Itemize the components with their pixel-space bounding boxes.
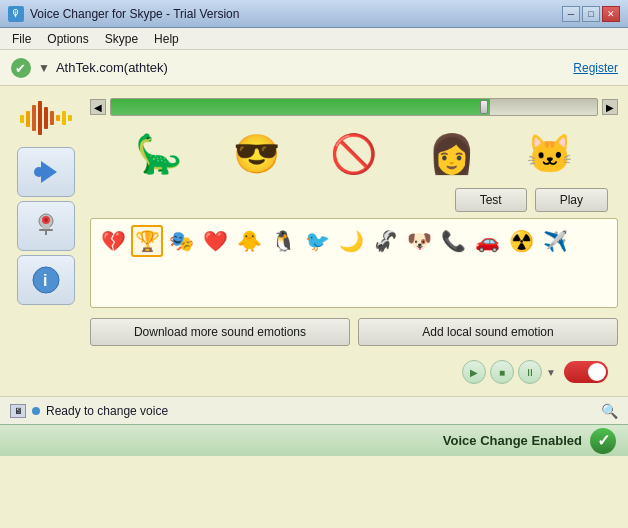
slider-fill xyxy=(111,99,490,115)
pitch-slider-container: ◀ ▶ xyxy=(90,94,618,120)
main-content: i ◀ ▶ 🦕 😎 🚫 👩 xyxy=(0,86,628,396)
header-bar: ✔ ▼ AthTek.com(athtek) Register xyxy=(0,50,628,86)
voice-icons-row: 🦕 😎 🚫 👩 🐱 xyxy=(90,126,618,182)
slider-left-arrow[interactable]: ◀ xyxy=(90,99,106,115)
power-toggle[interactable] xyxy=(564,361,608,383)
emotions-grid: 💔 🏆 🎭 ❤️ 🐥 🐧 🐦 🌙 🦨 🐶 📞 🚗 ☢️ ✈️ xyxy=(97,225,611,257)
window-title: Voice Changer for Skype - Trial Version xyxy=(30,7,562,21)
username-label: AthTek.com(athtek) xyxy=(56,60,573,75)
svg-rect-5 xyxy=(38,101,42,135)
menu-file[interactable]: File xyxy=(4,30,39,48)
svg-rect-7 xyxy=(50,111,54,125)
play-button[interactable]: Play xyxy=(535,188,608,212)
register-link[interactable]: Register xyxy=(573,61,618,75)
slider-thumb[interactable] xyxy=(480,100,488,114)
emotion-plane[interactable]: ✈️ xyxy=(539,225,571,257)
svg-rect-16 xyxy=(45,231,47,235)
emotions-panel: 💔 🏆 🎭 ❤️ 🐥 🐧 🐦 🌙 🦨 🐶 📞 🚗 ☢️ ✈️ xyxy=(90,218,618,308)
footer-bar: Voice Change Enabled ✓ xyxy=(0,424,628,456)
status-dot xyxy=(32,407,40,415)
footer-label: Voice Change Enabled xyxy=(443,433,582,448)
pause-control-button[interactable]: ⏸ xyxy=(518,360,542,384)
dropdown-arrow-icon[interactable]: ▼ xyxy=(38,61,50,75)
svg-rect-2 xyxy=(20,115,24,123)
info-button[interactable]: i xyxy=(17,255,75,305)
svg-text:i: i xyxy=(43,272,47,289)
playback-row: ▶ ■ ⏸ ▼ xyxy=(90,356,618,388)
menu-skype[interactable]: Skype xyxy=(97,30,146,48)
voice-icon-woman[interactable]: 👩 xyxy=(428,132,475,176)
menu-options[interactable]: Options xyxy=(39,30,96,48)
download-emotions-button[interactable]: Download more sound emotions xyxy=(90,318,350,346)
minimize-button[interactable]: ─ xyxy=(562,6,580,22)
voice-enabled-check-icon: ✓ xyxy=(590,428,616,454)
emotion-phone[interactable]: 📞 xyxy=(437,225,469,257)
playback-dropdown-arrow[interactable]: ▼ xyxy=(546,367,556,378)
svg-rect-6 xyxy=(44,107,48,129)
voice-icon-cool[interactable]: 😎 xyxy=(233,132,280,176)
voice-icon-cat[interactable]: 🐱 xyxy=(526,132,573,176)
voice-icon-dinosaur[interactable]: 🦕 xyxy=(135,132,182,176)
test-button[interactable]: Test xyxy=(455,188,527,212)
status-text: Ready to change voice xyxy=(46,404,595,418)
maximize-button[interactable]: □ xyxy=(582,6,600,22)
action-buttons: Test Play xyxy=(90,188,618,212)
record-button[interactable] xyxy=(17,201,75,251)
title-bar: 🎙 Voice Changer for Skype - Trial Versio… xyxy=(0,0,628,28)
stop-control-button[interactable]: ■ xyxy=(490,360,514,384)
svg-point-18 xyxy=(44,218,48,222)
athtek-logo: ✔ xyxy=(10,57,32,79)
svg-text:✔: ✔ xyxy=(15,61,26,76)
svg-rect-3 xyxy=(26,111,30,127)
app-icon: 🎙 xyxy=(8,6,24,22)
svg-rect-8 xyxy=(56,115,60,121)
emotion-car[interactable]: 🚗 xyxy=(471,225,503,257)
svg-rect-10 xyxy=(68,115,72,121)
add-local-emotion-button[interactable]: Add local sound emotion xyxy=(358,318,618,346)
emotion-heart[interactable]: ❤️ xyxy=(199,225,231,257)
close-button[interactable]: ✕ xyxy=(602,6,620,22)
status-screen-icon: 🖥 xyxy=(10,404,26,418)
window-controls: ─ □ ✕ xyxy=(562,6,620,22)
pitch-slider-track[interactable] xyxy=(110,98,598,116)
voice-morph-button[interactable] xyxy=(17,147,75,197)
svg-rect-4 xyxy=(32,105,36,131)
emotion-radiation[interactable]: ☢️ xyxy=(505,225,537,257)
emotion-skunk[interactable]: 🦨 xyxy=(369,225,401,257)
play-control-button[interactable]: ▶ xyxy=(462,360,486,384)
sound-wave-icon xyxy=(16,94,76,139)
emotion-dog[interactable]: 🐶 xyxy=(403,225,435,257)
slider-right-arrow[interactable]: ▶ xyxy=(602,99,618,115)
emotion-drama[interactable]: 🎭 xyxy=(165,225,197,257)
emotion-broken-heart[interactable]: 💔 xyxy=(97,225,129,257)
emotion-moon[interactable]: 🌙 xyxy=(335,225,367,257)
menu-help[interactable]: Help xyxy=(146,30,187,48)
emotion-chick[interactable]: 🐥 xyxy=(233,225,265,257)
menu-bar: File Options Skype Help xyxy=(0,28,628,50)
voice-icon-no[interactable]: 🚫 xyxy=(330,132,377,176)
bottom-buttons: Download more sound emotions Add local s… xyxy=(90,314,618,350)
status-bar: 🖥 Ready to change voice 🔍 xyxy=(0,396,628,424)
svg-rect-15 xyxy=(39,229,53,231)
emotion-bird[interactable]: 🐦 xyxy=(301,225,333,257)
right-panel: ◀ ▶ 🦕 😎 🚫 👩 🐱 xyxy=(90,94,618,388)
left-sidebar: i xyxy=(10,94,82,388)
emotion-trophy[interactable]: 🏆 xyxy=(131,225,163,257)
svg-point-12 xyxy=(34,167,44,177)
svg-rect-9 xyxy=(62,111,66,125)
power-toggle-dot xyxy=(588,363,606,381)
emotion-penguin[interactable]: 🐧 xyxy=(267,225,299,257)
search-icon[interactable]: 🔍 xyxy=(601,403,618,419)
